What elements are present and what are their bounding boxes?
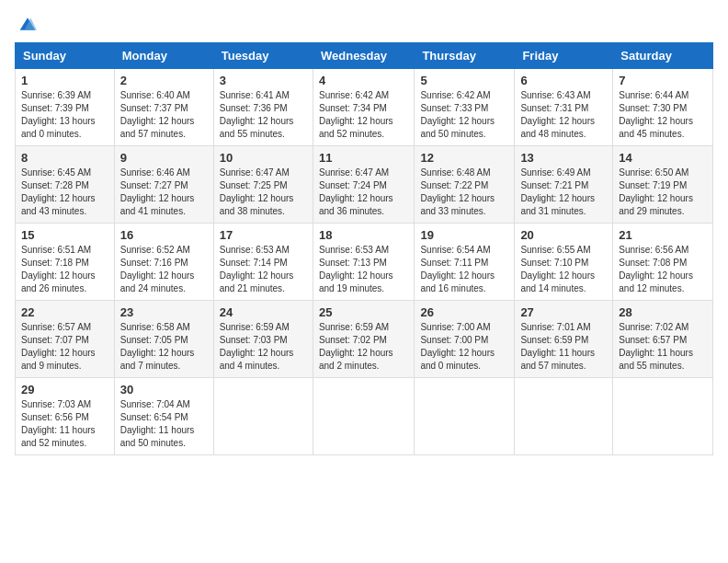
day-number: 25 [319, 305, 408, 319]
calendar-cell: 10Sunrise: 6:47 AMSunset: 7:25 PMDayligh… [213, 146, 313, 224]
day-number: 22 [21, 305, 108, 319]
day-info: Sunrise: 6:54 AMSunset: 7:11 PMDaylight:… [420, 244, 508, 295]
day-number: 29 [21, 383, 108, 396]
calendar-cell: 21Sunrise: 6:56 AMSunset: 7:08 PMDayligh… [613, 224, 713, 301]
calendar-table: SundayMondayTuesdayWednesdayThursdayFrid… [15, 42, 713, 455]
day-number: 17 [220, 228, 307, 242]
day-info: Sunrise: 6:53 AMSunset: 7:14 PMDaylight:… [220, 244, 307, 295]
day-info: Sunrise: 6:42 AMSunset: 7:33 PMDaylight:… [420, 89, 508, 141]
day-info: Sunrise: 6:47 AMSunset: 7:24 PMDaylight:… [319, 167, 408, 218]
day-info: Sunrise: 6:47 AMSunset: 7:25 PMDaylight:… [220, 167, 307, 218]
calendar-cell: 28Sunrise: 7:02 AMSunset: 6:57 PMDayligh… [613, 301, 713, 378]
calendar-cell: 9Sunrise: 6:46 AMSunset: 7:27 PMDaylight… [114, 146, 213, 224]
weekday-header-saturday: Saturday [613, 43, 713, 69]
calendar-cell [313, 378, 414, 455]
day-info: Sunrise: 6:39 AMSunset: 7:39 PMDaylight:… [21, 89, 108, 141]
day-number: 5 [420, 74, 508, 87]
day-number: 8 [21, 151, 108, 165]
calendar-week-row: 15Sunrise: 6:51 AMSunset: 7:18 PMDayligh… [16, 224, 713, 301]
day-info: Sunrise: 6:44 AMSunset: 7:30 PMDaylight:… [619, 89, 707, 141]
calendar-cell: 3Sunrise: 6:41 AMSunset: 7:36 PMDaylight… [213, 69, 313, 146]
day-info: Sunrise: 6:40 AMSunset: 7:37 PMDaylight:… [120, 89, 208, 141]
calendar-cell: 29Sunrise: 7:03 AMSunset: 6:56 PMDayligh… [16, 378, 115, 455]
calendar-cell: 5Sunrise: 6:42 AMSunset: 7:33 PMDaylight… [415, 69, 515, 146]
calendar-cell: 25Sunrise: 6:59 AMSunset: 7:02 PMDayligh… [313, 301, 414, 378]
day-info: Sunrise: 6:58 AMSunset: 7:05 PMDaylight:… [120, 321, 208, 373]
calendar-cell: 27Sunrise: 7:01 AMSunset: 6:59 PMDayligh… [515, 301, 613, 378]
logo-icon [18, 15, 37, 33]
day-info: Sunrise: 6:59 AMSunset: 7:03 PMDaylight:… [220, 321, 307, 373]
calendar-cell: 17Sunrise: 6:53 AMSunset: 7:14 PMDayligh… [213, 224, 313, 301]
calendar-cell: 18Sunrise: 6:53 AMSunset: 7:13 PMDayligh… [313, 224, 414, 301]
day-info: Sunrise: 6:48 AMSunset: 7:22 PMDaylight:… [420, 167, 508, 218]
day-number: 28 [619, 305, 707, 319]
day-info: Sunrise: 6:49 AMSunset: 7:21 PMDaylight:… [520, 167, 607, 218]
day-number: 15 [21, 228, 108, 242]
day-info: Sunrise: 6:42 AMSunset: 7:34 PMDaylight:… [319, 89, 408, 141]
day-number: 16 [120, 228, 208, 242]
calendar-cell: 6Sunrise: 6:43 AMSunset: 7:31 PMDaylight… [515, 69, 613, 146]
day-info: Sunrise: 6:57 AMSunset: 7:07 PMDaylight:… [21, 321, 108, 373]
day-info: Sunrise: 6:46 AMSunset: 7:27 PMDaylight:… [120, 167, 208, 218]
day-number: 20 [520, 228, 607, 242]
day-number: 9 [120, 151, 208, 165]
day-number: 2 [120, 74, 208, 87]
calendar-cell: 24Sunrise: 6:59 AMSunset: 7:03 PMDayligh… [213, 301, 313, 378]
calendar-cell [515, 378, 613, 455]
calendar-cell: 12Sunrise: 6:48 AMSunset: 7:22 PMDayligh… [415, 146, 515, 224]
calendar-header-row: SundayMondayTuesdayWednesdayThursdayFrid… [16, 43, 713, 69]
day-info: Sunrise: 7:02 AMSunset: 6:57 PMDaylight:… [619, 321, 707, 373]
calendar-cell: 30Sunrise: 7:04 AMSunset: 6:54 PMDayligh… [114, 378, 213, 455]
weekday-header-friday: Friday [515, 43, 613, 69]
day-info: Sunrise: 6:50 AMSunset: 7:19 PMDaylight:… [619, 167, 707, 218]
weekday-header-monday: Monday [114, 43, 213, 69]
day-number: 12 [420, 151, 508, 165]
day-number: 1 [21, 74, 108, 87]
calendar-cell: 26Sunrise: 7:00 AMSunset: 7:00 PMDayligh… [415, 301, 515, 378]
calendar-cell: 19Sunrise: 6:54 AMSunset: 7:11 PMDayligh… [415, 224, 515, 301]
day-info: Sunrise: 6:53 AMSunset: 7:13 PMDaylight:… [319, 244, 408, 295]
day-number: 3 [220, 74, 307, 87]
calendar-cell: 8Sunrise: 6:45 AMSunset: 7:28 PMDaylight… [16, 146, 115, 224]
day-info: Sunrise: 6:41 AMSunset: 7:36 PMDaylight:… [220, 89, 307, 141]
day-number: 26 [420, 305, 508, 319]
day-info: Sunrise: 7:04 AMSunset: 6:54 PMDaylight:… [120, 398, 208, 450]
calendar-cell: 13Sunrise: 6:49 AMSunset: 7:21 PMDayligh… [515, 146, 613, 224]
weekday-header-thursday: Thursday [415, 43, 515, 69]
day-info: Sunrise: 6:55 AMSunset: 7:10 PMDaylight:… [520, 244, 607, 295]
calendar-cell: 2Sunrise: 6:40 AMSunset: 7:37 PMDaylight… [114, 69, 213, 146]
calendar-cell: 4Sunrise: 6:42 AMSunset: 7:34 PMDaylight… [313, 69, 414, 146]
calendar-cell: 20Sunrise: 6:55 AMSunset: 7:10 PMDayligh… [515, 224, 613, 301]
day-number: 4 [319, 74, 408, 87]
calendar-cell: 7Sunrise: 6:44 AMSunset: 7:30 PMDaylight… [613, 69, 713, 146]
weekday-header-sunday: Sunday [16, 43, 115, 69]
day-info: Sunrise: 6:59 AMSunset: 7:02 PMDaylight:… [319, 321, 408, 373]
day-number: 18 [319, 228, 408, 242]
day-number: 21 [619, 228, 707, 242]
calendar-cell [213, 378, 313, 455]
day-number: 13 [520, 151, 607, 165]
day-info: Sunrise: 6:52 AMSunset: 7:16 PMDaylight:… [120, 244, 208, 295]
calendar-week-row: 1Sunrise: 6:39 AMSunset: 7:39 PMDaylight… [16, 69, 713, 146]
day-info: Sunrise: 6:56 AMSunset: 7:08 PMDaylight:… [619, 244, 707, 295]
day-number: 10 [220, 151, 307, 165]
page-header [15, 15, 713, 33]
day-number: 6 [520, 74, 607, 87]
logo [15, 15, 37, 33]
day-info: Sunrise: 6:45 AMSunset: 7:28 PMDaylight:… [21, 167, 108, 218]
day-info: Sunrise: 6:43 AMSunset: 7:31 PMDaylight:… [520, 89, 607, 141]
calendar-cell: 15Sunrise: 6:51 AMSunset: 7:18 PMDayligh… [16, 224, 115, 301]
calendar-cell [415, 378, 515, 455]
day-number: 27 [520, 305, 607, 319]
calendar-cell: 16Sunrise: 6:52 AMSunset: 7:16 PMDayligh… [114, 224, 213, 301]
calendar-week-row: 22Sunrise: 6:57 AMSunset: 7:07 PMDayligh… [16, 301, 713, 378]
day-number: 30 [120, 383, 208, 396]
weekday-header-tuesday: Tuesday [213, 43, 313, 69]
weekday-header-wednesday: Wednesday [313, 43, 414, 69]
calendar-cell [613, 378, 713, 455]
calendar-cell: 1Sunrise: 6:39 AMSunset: 7:39 PMDaylight… [16, 69, 115, 146]
calendar-cell: 23Sunrise: 6:58 AMSunset: 7:05 PMDayligh… [114, 301, 213, 378]
day-number: 19 [420, 228, 508, 242]
calendar-week-row: 29Sunrise: 7:03 AMSunset: 6:56 PMDayligh… [16, 378, 713, 455]
day-info: Sunrise: 7:01 AMSunset: 6:59 PMDaylight:… [520, 321, 607, 373]
